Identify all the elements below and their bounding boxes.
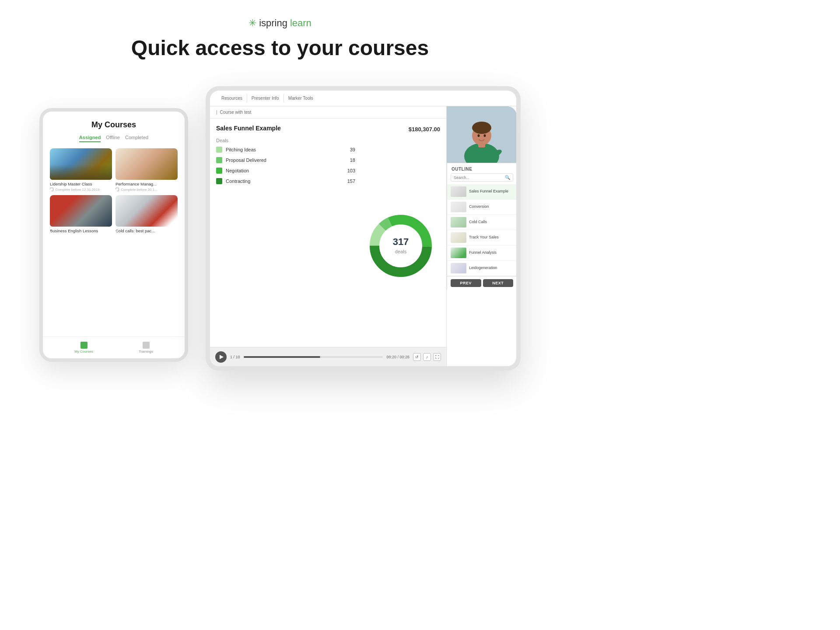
- outline-thumb-2: [451, 202, 466, 212]
- right-tablet: Resources Presenter Info Marker Tools Co…: [206, 86, 521, 371]
- footer-trainings[interactable]: Trainings: [139, 342, 153, 354]
- left-tablet-footer: My Courses Trainings: [43, 336, 185, 358]
- player-time: 00:20 / 00:26: [386, 355, 410, 359]
- logo-text-spring: ispring: [259, 18, 287, 29]
- outline-search[interactable]: 🔍: [451, 173, 513, 182]
- funnel-left: Deals Pitching Ideas 39 Proposal Deliver…: [216, 138, 355, 347]
- next-button[interactable]: NEXT: [483, 279, 514, 287]
- rewind-button[interactable]: ↺: [413, 353, 421, 361]
- course-content: Course with test Sales Funnel Example $1…: [210, 106, 516, 366]
- course-img-snow: [116, 195, 178, 227]
- topbar-tab-resources[interactable]: Resources: [217, 94, 247, 102]
- course-card-1[interactable]: Lidership Master Class Complete before 1…: [50, 148, 112, 192]
- outline-item-2[interactable]: Conversion: [447, 200, 516, 215]
- course-card-3[interactable]: Business English Lessons: [50, 195, 112, 233]
- courses-grid: Lidership Master Class Complete before 1…: [50, 148, 178, 233]
- volume-button[interactable]: ♪: [423, 353, 431, 361]
- outline-thumb-3: [451, 217, 466, 228]
- deal-row-0: Pitching Ideas 39: [216, 147, 355, 153]
- donut-total: 317: [393, 237, 409, 247]
- outline-items: Sales Funnel Example Conversion Cold Cal…: [447, 184, 516, 276]
- search-icon: 🔍: [505, 175, 510, 180]
- outline-label-4: Track Your Sales: [469, 235, 499, 240]
- outline-item-1[interactable]: Sales Funnel Example: [447, 184, 516, 200]
- svg-point-10: [478, 134, 480, 137]
- right-tablet-inner: Resources Presenter Info Marker Tools Co…: [210, 91, 516, 366]
- left-tablet: My Courses Assigned Offline Completed Li…: [39, 108, 188, 362]
- svg-point-11: [484, 134, 486, 137]
- deal-row-1: Proposal Delivered 18: [216, 157, 355, 163]
- courses-tabs: Assigned Offline Completed: [50, 135, 178, 142]
- outline-item-5[interactable]: Funnel Analysis: [447, 245, 516, 261]
- course-name-2: Performance Manag...: [116, 182, 178, 186]
- outline-search-input[interactable]: [454, 175, 505, 180]
- deal-color-1: [216, 157, 222, 163]
- funnel-deals-label: Deals: [216, 138, 355, 143]
- presenter-thumbnail: [447, 106, 516, 163]
- course-meta-1: Complete before 12.31.2019: [50, 187, 112, 192]
- breadcrumb: Course with test: [210, 106, 446, 119]
- deal-row-2: Negotation 103: [216, 168, 355, 174]
- deal-count-3: 157: [347, 178, 355, 184]
- course-card-2[interactable]: Performance Manag... Complete before 30.…: [116, 148, 178, 192]
- outline-title: OUTLINE: [447, 163, 516, 173]
- funnel-amount: $180,307.00: [409, 126, 440, 133]
- outline-footer: PREV NEXT: [447, 276, 516, 290]
- course-meta-2: Complete before 30.1...: [116, 187, 178, 192]
- outline-item-6[interactable]: Leidogeneration: [447, 261, 516, 276]
- deal-name-1: Proposal Delivered: [226, 158, 346, 163]
- outline-label-5: Funnel Analysis: [469, 250, 497, 256]
- deal-count-2: 103: [347, 168, 355, 173]
- presenter-svg: [447, 106, 516, 163]
- deal-count-0: 39: [350, 147, 355, 152]
- sales-funnel: Deals Pitching Ideas 39 Proposal Deliver…: [216, 138, 440, 347]
- progress-bar[interactable]: [244, 356, 383, 358]
- deal-color-2: [216, 168, 222, 174]
- outline-item-4[interactable]: Track Your Sales: [447, 230, 516, 245]
- play-button[interactable]: [215, 351, 227, 363]
- donut-center: 317 deals: [393, 237, 409, 255]
- outline-thumb-5: [451, 248, 466, 258]
- deal-name-2: Negotation: [226, 168, 344, 173]
- outline-thumb-6: [451, 263, 466, 273]
- fullscreen-button[interactable]: ⛶: [433, 353, 441, 361]
- outline-thumb-4: [451, 232, 466, 243]
- topbar-tab-presenter[interactable]: Presenter Info: [247, 94, 284, 102]
- logo-icon: ✳: [248, 18, 256, 29]
- deal-count-1: 18: [350, 158, 355, 163]
- funnel-header: Sales Funnel Example $180,307.00: [216, 125, 440, 133]
- prev-button[interactable]: PREV: [451, 279, 481, 287]
- tab-offline[interactable]: Offline: [106, 135, 120, 142]
- player-icons: ↺ ♪ ⛶: [413, 353, 441, 361]
- topbar-tab-marker[interactable]: Marker Tools: [284, 94, 318, 102]
- left-tablet-inner: My Courses Assigned Offline Completed Li…: [43, 112, 185, 358]
- calendar-icon-2: [116, 188, 119, 191]
- course-topbar: Resources Presenter Info Marker Tools: [210, 91, 516, 106]
- deal-name-0: Pitching Ideas: [226, 147, 346, 152]
- outline-label-1: Sales Funnel Example: [469, 189, 508, 194]
- outline-label-3: Cold Calls: [469, 220, 487, 225]
- course-card-4[interactable]: Cold calls: best pac...: [116, 195, 178, 233]
- tab-completed[interactable]: Completed: [125, 135, 148, 142]
- player-bar: 1 / 10 00:20 / 00:26 ↺ ♪ ⛶: [210, 347, 446, 366]
- course-img-mountain: [50, 148, 112, 180]
- outline-panel: OUTLINE 🔍 Sales Funnel Example: [447, 163, 516, 290]
- my-courses-icon: [80, 342, 88, 349]
- outline-item-3[interactable]: Cold Calls: [447, 215, 516, 230]
- course-name-4: Cold calls: best pac...: [116, 228, 178, 233]
- course-name-3: Business English Lessons: [50, 228, 112, 233]
- deal-color-0: [216, 147, 222, 153]
- deal-row-3: Contracting 157: [216, 178, 355, 184]
- my-courses-title: My Courses: [50, 120, 178, 130]
- footer-my-courses[interactable]: My Courses: [74, 342, 93, 354]
- trainings-icon: [143, 342, 150, 349]
- player-slide-count: 1 / 10: [230, 355, 240, 359]
- outline-label-2: Conversion: [469, 204, 489, 210]
- donut-label: deals: [395, 249, 406, 254]
- slide-main: Sales Funnel Example $180,307.00 Deals P…: [210, 119, 446, 347]
- play-icon: [220, 355, 224, 359]
- header: ✳ ispring learn Quick access to your cou…: [131, 0, 429, 60]
- tab-assigned[interactable]: Assigned: [79, 135, 101, 142]
- right-panel: OUTLINE 🔍 Sales Funnel Example: [446, 106, 516, 366]
- progress-fill: [244, 356, 320, 358]
